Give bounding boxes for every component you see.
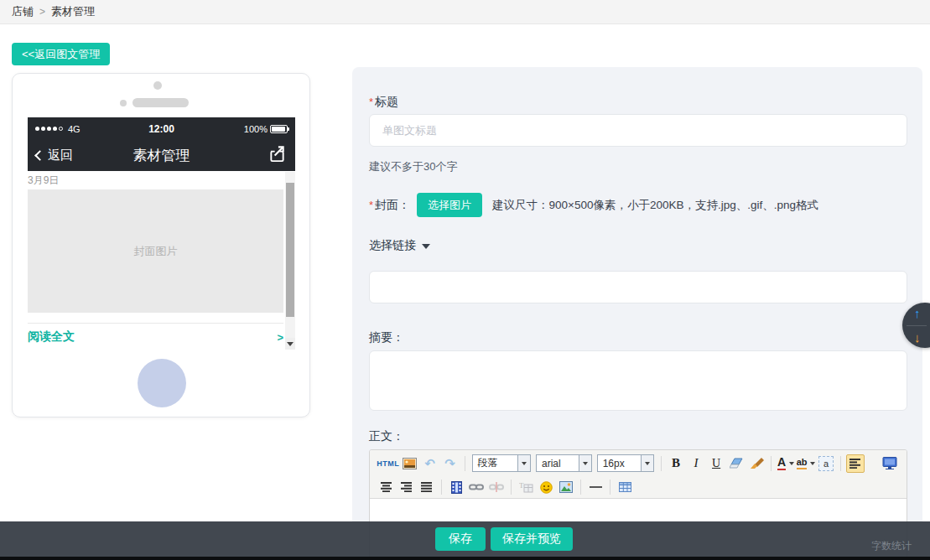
select-arrow-icon (517, 455, 530, 471)
read-more-arrow: > (277, 331, 283, 344)
eraser-icon[interactable] (727, 454, 746, 473)
toolbar-separator (661, 456, 662, 471)
font-color-button[interactable]: A (777, 454, 795, 473)
insert-template-icon[interactable]: T (517, 478, 535, 496)
cover-hint: 建议尺寸：900×500像素，小于200KB，支持.jpg、.gif、.png格… (492, 198, 818, 213)
choose-image-button[interactable]: 选择图片 (417, 193, 482, 217)
svg-text:T: T (519, 481, 524, 490)
fullscreen-icon[interactable] (881, 454, 899, 473)
toolbar-separator (610, 480, 610, 495)
word-count-label: 字数统计 (871, 539, 912, 553)
editor-toolbar-row2: T (370, 476, 907, 499)
redo-icon[interactable]: ↷ (441, 454, 460, 473)
cover-image-placeholder: 封面图片 (28, 189, 283, 313)
save-and-preview-button[interactable]: 保存并预览 (491, 527, 573, 551)
insert-image-icon[interactable] (557, 478, 575, 496)
horizontal-rule-button[interactable] (586, 478, 605, 496)
phone-scrollbar[interactable] (285, 172, 295, 350)
breadcrumb-home[interactable]: 店铺 (12, 4, 34, 19)
body-label: 正文： (369, 429, 404, 444)
save-button[interactable]: 保存 (435, 527, 486, 551)
phone-status-bar: 4G 12:00 100% (28, 117, 295, 140)
breadcrumb-current: 素材管理 (51, 4, 95, 19)
toolbar-separator (580, 480, 581, 495)
phone-sensor-dot (120, 100, 127, 106)
cover-label: 封面： (375, 198, 410, 213)
insert-media-icon[interactable] (447, 478, 465, 496)
align-justify-button[interactable] (418, 478, 436, 496)
underline-button[interactable]: U (707, 454, 725, 473)
phone-screen-header: 4G 12:00 100% 返回 素材管理 (28, 117, 295, 171)
divider (907, 325, 927, 326)
html-source-button[interactable]: HTML (377, 454, 399, 473)
summary-textarea[interactable] (369, 350, 907, 411)
phone-page-title: 素材管理 (28, 146, 295, 165)
battery-percent: 100% (244, 124, 268, 134)
preview-icon[interactable] (401, 454, 419, 473)
choose-link-dropdown[interactable]: 选择链接 (369, 238, 430, 253)
title-hint: 建议不多于30个字 (369, 159, 457, 174)
bold-button[interactable]: B (667, 454, 685, 473)
select-arrow-icon (579, 455, 591, 471)
phone-speaker-bar (132, 98, 189, 107)
phone-camera-dot (153, 81, 162, 90)
breadcrumb: 店铺 > 素材管理 (0, 0, 930, 24)
article-date: 3月9日 (28, 174, 59, 188)
undo-icon[interactable]: ↶ (421, 454, 439, 473)
select-arrow-icon (641, 455, 653, 471)
cover-placeholder-label: 封面图片 (134, 244, 178, 259)
cover-row: * 封面： 选择图片 建议尺寸：900×500像素，小于200KB，支持.jpg… (369, 193, 818, 217)
toolbar-separator (465, 456, 465, 471)
editor-toolbar-row1: HTML ↶ ↷ 段落 arial 16px (370, 450, 907, 476)
footer-black-strip (0, 557, 930, 560)
phone-preview: 4G 12:00 100% 返回 素材管理 (12, 73, 310, 417)
summary-label: 摘要： (369, 330, 404, 345)
title-input[interactable] (369, 114, 907, 147)
read-more-link[interactable]: 阅读全文 (28, 329, 75, 345)
caret-down-icon (422, 244, 430, 249)
edit-form-panel: *标题 建议不多于30个字 * 封面： 选择图片 建议尺寸：900×500像素，… (352, 67, 922, 560)
align-right-button[interactable] (397, 478, 416, 496)
scroll-to-bottom-arrow[interactable]: ↓ (914, 330, 921, 345)
toolbar-separator (441, 480, 442, 495)
scrollbar-thumb[interactable] (286, 183, 294, 317)
scrollbar-down-button[interactable] (285, 338, 295, 350)
italic-button[interactable]: I (687, 454, 705, 473)
triangle-down-icon (287, 342, 294, 346)
phone-home-button (138, 359, 186, 407)
link-icon[interactable] (467, 478, 486, 496)
font-family-select[interactable]: arial (536, 454, 592, 472)
required-star: * (369, 199, 373, 211)
paragraph-select[interactable]: 段落 (472, 454, 531, 472)
toolbar-separator (840, 456, 841, 471)
emoticon-icon[interactable] (537, 478, 555, 496)
font-size-select[interactable]: 16px (597, 454, 655, 472)
battery-icon (270, 125, 288, 133)
align-left-button[interactable] (846, 454, 865, 473)
choose-link-label: 选择链接 (369, 238, 416, 253)
align-center-button[interactable] (377, 478, 396, 496)
highlight-color-button[interactable]: ab (797, 454, 815, 473)
toolbar-separator (771, 456, 772, 471)
format-brush-icon[interactable] (747, 454, 766, 473)
share-icon[interactable] (268, 145, 287, 166)
divider (28, 323, 283, 324)
toolbar-separator (511, 480, 512, 495)
insert-table-icon[interactable] (616, 478, 634, 496)
scroll-to-top-arrow[interactable]: ↑ (914, 306, 921, 320)
phone-nav-bar: 返回 素材管理 (28, 140, 295, 171)
inline-style-button[interactable]: a (817, 454, 835, 473)
title-label: *标题 (369, 94, 398, 110)
unlink-icon[interactable] (487, 478, 506, 496)
back-to-list-button[interactable]: <<返回图文管理 (12, 43, 110, 65)
read-more-row[interactable]: 阅读全文 > (28, 329, 283, 345)
link-input[interactable] (369, 271, 907, 303)
breadcrumb-separator: > (39, 6, 45, 18)
required-star: * (369, 96, 373, 108)
